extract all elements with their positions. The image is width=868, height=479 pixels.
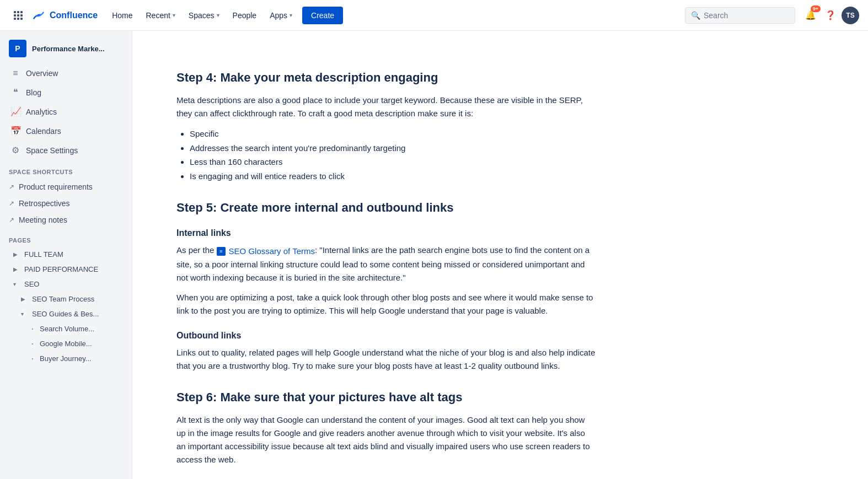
nav-apps[interactable]: Apps ▾ <box>264 8 298 23</box>
seo-team-process-chevron: ▶ <box>21 296 29 302</box>
list-item: Specific <box>190 127 596 141</box>
content-body: Step 4: Make your meta description engag… <box>176 71 596 466</box>
step4-intro: Meta descriptions are also a good place … <box>176 94 596 120</box>
internal-links-heading: Internal links <box>176 228 596 238</box>
page-full-team[interactable]: ▶ FULL TEAM <box>0 247 132 262</box>
user-avatar[interactable]: TS <box>842 7 859 24</box>
list-item: Addresses the search intent you're predo… <box>190 141 596 155</box>
create-button[interactable]: Create <box>302 7 343 24</box>
shortcut-retrospectives[interactable]: ↗ Retrospectives <box>0 195 132 212</box>
apps-chevron: ▾ <box>290 12 292 18</box>
page-paid-performance[interactable]: ▶ PAID PERFORMANCE <box>0 262 132 277</box>
step6-body: Alt text is the only way that Google can… <box>176 413 596 466</box>
search-placeholder: Search <box>704 11 728 20</box>
shortcuts-section-label: SPACE SHORTCUTS <box>0 160 132 179</box>
external-link-icon-1: ↗ <box>9 183 14 191</box>
step6-heading: Step 6: Make sure that your pictures hav… <box>176 390 596 405</box>
page-seo-guides[interactable]: ▾ SEO Guides & Bes... <box>0 306 132 321</box>
seo-guides-chevron: ▾ <box>21 311 29 317</box>
sidebar-item-overview[interactable]: ≡ Overview <box>0 64 132 83</box>
paid-performance-chevron: ▶ <box>13 266 21 272</box>
nav-spaces[interactable]: Spaces ▾ <box>183 8 225 23</box>
main-content: Step 4: Make your meta description engag… <box>132 31 794 479</box>
search-box[interactable]: 🔍 Search <box>685 7 795 24</box>
overview-icon: ≡ <box>10 68 20 78</box>
recent-chevron: ▾ <box>173 12 175 18</box>
page-google-mobile[interactable]: • Google Mobile... <box>0 336 132 351</box>
pages-section-label: PAGES <box>0 228 132 247</box>
page-search-volume[interactable]: • Search Volume... <box>0 321 132 336</box>
search-icon: 🔍 <box>691 11 700 20</box>
step4-heading: Step 4: Make your meta description engag… <box>176 71 596 85</box>
internal-links-body: When you are optimizing a post, take a q… <box>176 291 596 317</box>
space-icon: P <box>9 40 26 57</box>
bullet-3: • <box>29 356 36 361</box>
notification-badge: 9+ <box>811 6 821 12</box>
page-layout: P Performance Marke... ≡ Overview ❝ Blog… <box>0 0 868 479</box>
topnav: Confluence Home Recent ▾ Spaces ▾ People… <box>0 0 868 31</box>
list-item: Less than 160 characters <box>190 155 596 169</box>
apps-grid-icon[interactable] <box>9 7 26 24</box>
spaces-chevron: ▾ <box>217 12 219 18</box>
outbound-links-body: Links out to quality, related pages will… <box>176 346 596 373</box>
logo-text: Confluence <box>50 10 98 20</box>
sidebar-item-calendars[interactable]: 📅 Calendars <box>0 121 132 141</box>
sidebar: P Performance Marke... ≡ Overview ❝ Blog… <box>0 31 132 479</box>
space-header[interactable]: P Performance Marke... <box>0 31 132 64</box>
calendars-icon: 📅 <box>10 126 20 136</box>
nav-icon-group: 🔔 9+ ❓ TS <box>802 7 859 24</box>
seo-chevron: ▾ <box>13 281 21 287</box>
external-link-icon-2: ↗ <box>9 200 14 207</box>
settings-icon: ⚙ <box>10 145 20 155</box>
page-buyer-journey[interactable]: • Buyer Journey... <box>0 351 132 366</box>
external-link-icon-3: ↗ <box>9 216 14 224</box>
page-seo[interactable]: ▾ SEO <box>0 277 132 292</box>
page-icon: ≡ <box>217 247 226 256</box>
shortcut-meeting-notes[interactable]: ↗ Meeting notes <box>0 212 132 228</box>
step4-list: Specific Addresses the search intent you… <box>190 127 596 183</box>
help-button[interactable]: ❓ <box>822 7 839 24</box>
sidebar-item-space-settings[interactable]: ⚙ Space Settings <box>0 141 132 160</box>
sidebar-item-analytics[interactable]: 📈 Analytics <box>0 102 132 121</box>
nav-recent[interactable]: Recent ▾ <box>140 8 180 23</box>
outbound-links-heading: Outbound links <box>176 331 596 341</box>
shortcut-product-requirements[interactable]: ↗ Product requirements <box>0 179 132 195</box>
confluence-logo[interactable]: Confluence <box>31 8 98 23</box>
step5-heading: Step 5: Create more internal and outboun… <box>176 201 596 215</box>
sidebar-item-blog[interactable]: ❝ Blog <box>0 83 132 102</box>
seo-glossary-link[interactable]: ≡ SEO Glossary of Terms <box>217 245 315 258</box>
nav-home[interactable]: Home <box>106 8 138 23</box>
notification-button[interactable]: 🔔 9+ <box>802 7 819 24</box>
blog-icon: ❝ <box>10 87 20 98</box>
page-seo-team-process[interactable]: ▶ SEO Team Process <box>0 292 132 306</box>
internal-links-para: As per the ≡ SEO Glossary of Terms : "In… <box>176 244 596 284</box>
nav-people[interactable]: People <box>227 8 262 23</box>
space-name: Performance Marke... <box>32 45 105 53</box>
analytics-icon: 📈 <box>10 106 20 117</box>
full-team-chevron: ▶ <box>13 251 21 257</box>
list-item: Is engaging and will entice readers to c… <box>190 169 596 184</box>
bullet-1: • <box>29 326 36 331</box>
bullet-2: • <box>29 341 36 346</box>
